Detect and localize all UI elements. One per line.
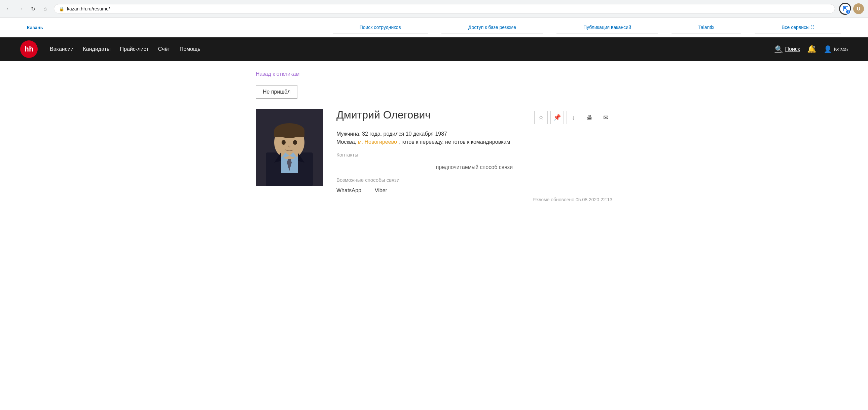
metro-link[interactable]: м. Новогиреево bbox=[358, 139, 397, 145]
profile-avatar[interactable]: U bbox=[853, 3, 864, 14]
print-button[interactable]: 🖶 bbox=[583, 111, 596, 124]
resume-photo bbox=[256, 109, 323, 186]
user-icon: 👤 bbox=[824, 45, 832, 53]
resume-updated: Резюме обновлено 05.08.2020 22:13 bbox=[533, 197, 612, 202]
star-icon: ☆ bbox=[538, 114, 544, 121]
top-nav-search[interactable]: Поиск сотрудников bbox=[333, 21, 428, 34]
whatsapp-contact: WhatsApp bbox=[336, 187, 361, 194]
header-actions: 🔍 Поиск 🔔 👤 №245 bbox=[775, 44, 848, 54]
pin-icon: 📌 bbox=[553, 114, 561, 121]
browser-nav-buttons: ← → ↻ ⌂ bbox=[4, 4, 50, 13]
location-link[interactable]: Казань bbox=[27, 25, 43, 30]
resume-name-row: Дмитрий Олегович ☆ 📌 ↓ 🖶 ✉ bbox=[336, 109, 612, 124]
top-nav-services[interactable]: Все сервисы ⠿ bbox=[755, 21, 841, 34]
pin-button[interactable]: 📌 bbox=[550, 111, 564, 124]
extension-badge: 1 bbox=[845, 9, 851, 14]
download-icon: ↓ bbox=[572, 114, 575, 121]
home-button[interactable]: ⌂ bbox=[40, 4, 50, 13]
notification-dot bbox=[812, 45, 816, 49]
svg-rect-6 bbox=[274, 130, 305, 137]
top-nav-talantix[interactable]: Talantix bbox=[672, 21, 741, 34]
top-nav-database[interactable]: Доступ к базе резюме bbox=[441, 21, 543, 34]
resume-card: Дмитрий Олегович ☆ 📌 ↓ 🖶 ✉ bbox=[256, 109, 612, 202]
favorite-button[interactable]: ☆ bbox=[534, 111, 548, 124]
viber-contact: Viber bbox=[375, 187, 387, 194]
search-icon: 🔍 bbox=[775, 45, 783, 53]
resume-actions: ☆ 📌 ↓ 🖶 ✉ bbox=[534, 111, 612, 124]
forward-button[interactable]: → bbox=[16, 4, 26, 13]
mail-button[interactable]: ✉ bbox=[599, 111, 612, 124]
resume-photo-inner bbox=[256, 109, 323, 186]
back-button[interactable]: ← bbox=[4, 4, 13, 13]
main-header: hh Вакансии Кандидаты Прайс-лист Счёт По… bbox=[0, 37, 868, 61]
nav-candidates[interactable]: Кандидаты bbox=[83, 46, 111, 52]
notification-button[interactable]: 🔔 bbox=[807, 44, 817, 54]
lock-icon: 🔒 bbox=[59, 6, 64, 11]
top-nav-publish[interactable]: Публикация вакансий bbox=[556, 21, 658, 34]
contacts-label: Контакты bbox=[336, 152, 612, 157]
page-content: Назад к откликам Не пришёл bbox=[249, 61, 619, 212]
url-text: kazan.hh.ru/resume/ bbox=[67, 6, 830, 11]
contact-methods: WhatsApp Viber bbox=[336, 187, 612, 194]
top-nav: Казань Поиск сотрудников Доступ к базе р… bbox=[0, 18, 868, 37]
hh-logo[interactable]: hh bbox=[20, 40, 38, 58]
back-to-responses-link[interactable]: Назад к откликам bbox=[256, 71, 300, 77]
svg-point-7 bbox=[282, 140, 286, 145]
refresh-button[interactable]: ↻ bbox=[28, 4, 38, 13]
main-nav: Вакансии Кандидаты Прайс-лист Счёт Помощ… bbox=[50, 46, 200, 52]
download-button[interactable]: ↓ bbox=[566, 111, 580, 124]
resume-location: Москва, м. Новогиреево , готов к переезд… bbox=[336, 139, 612, 145]
mail-icon: ✉ bbox=[603, 114, 608, 121]
nav-account[interactable]: Счёт bbox=[158, 46, 170, 52]
resume-name: Дмитрий Олегович bbox=[336, 109, 431, 121]
resume-footer: Резюме обновлено 05.08.2020 22:13 bbox=[336, 197, 612, 202]
nav-pricelist[interactable]: Прайс-лист bbox=[120, 46, 149, 52]
travel-info: , bbox=[398, 139, 401, 145]
possible-contacts-label: Возможные способы связи bbox=[336, 177, 612, 183]
search-button[interactable]: 🔍 Поиск bbox=[775, 45, 800, 53]
not-came-button[interactable]: Не пришёл bbox=[256, 85, 298, 99]
extension-icon[interactable]: ⇱ 1 bbox=[839, 3, 851, 15]
preferred-contact: предпочитаемый способ связи bbox=[336, 164, 612, 170]
browser-actions: ⇱ 1 U bbox=[839, 3, 864, 15]
resume-main: Дмитрий Олегович ☆ 📌 ↓ 🖶 ✉ bbox=[336, 109, 612, 202]
address-bar[interactable]: 🔒 kazan.hh.ru/resume/ bbox=[54, 4, 835, 13]
user-button[interactable]: 👤 №245 bbox=[824, 45, 848, 53]
print-icon: 🖶 bbox=[586, 114, 592, 121]
browser-chrome: ← → ↻ ⌂ 🔒 kazan.hh.ru/resume/ ⇱ 1 U bbox=[0, 0, 868, 18]
svg-point-8 bbox=[293, 140, 297, 145]
nav-help[interactable]: Помощь bbox=[180, 46, 200, 52]
resume-gender-age: Мужчина, 32 года, родился 10 декабря 198… bbox=[336, 131, 612, 137]
person-photo-svg bbox=[256, 109, 323, 186]
nav-vacancies[interactable]: Вакансии bbox=[50, 46, 74, 52]
